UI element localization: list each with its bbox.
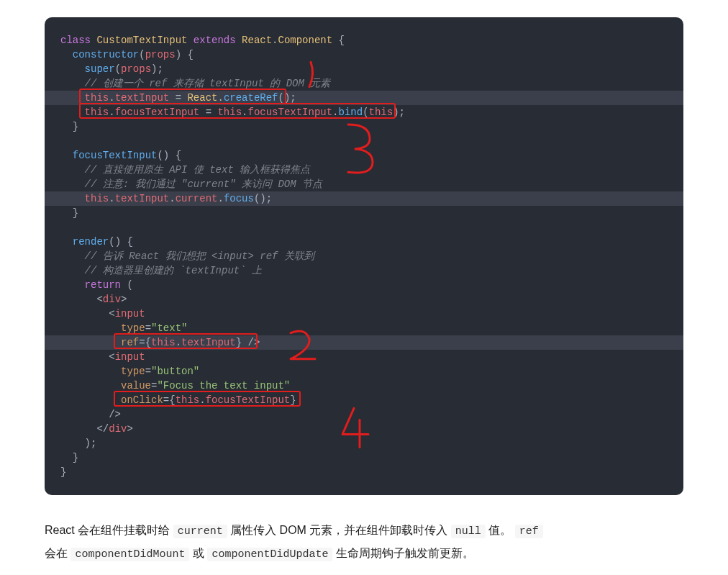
prose-paragraph: React 会在组件挂载时给 current 属性传入 DOM 元素，并在组件卸… [45, 520, 683, 566]
code: class CustomTextInput extends React.Comp… [45, 33, 683, 479]
prose-text: 会在 [45, 547, 70, 559]
inline-code: componentDidMount [70, 548, 189, 561]
inline-code: current [173, 525, 227, 538]
code-block: class CustomTextInput extends React.Comp… [45, 17, 683, 495]
prose-text: 或 [189, 547, 207, 559]
prose-text: 属性传入 DOM 元素，并在组件卸载时传入 [227, 524, 451, 536]
inline-code: componentDidUpdate [207, 548, 332, 561]
inline-code: null [451, 525, 486, 538]
prose-text: 值。 [486, 524, 515, 536]
prose-text: 生命周期钩子触发前更新。 [332, 547, 473, 559]
prose-text: React 会在组件挂载时给 [45, 524, 173, 536]
inline-code: ref [515, 525, 543, 538]
